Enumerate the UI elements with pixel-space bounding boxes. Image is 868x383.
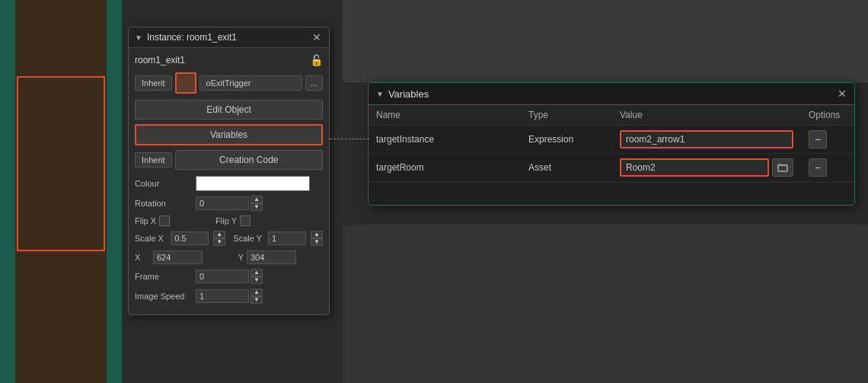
svg-rect-0 [778,165,787,171]
instance-panel-titlebar: ▼ Instance: room1_exit1 ✕ [129,27,329,48]
var-panel-collapse-icon: ▼ [376,90,384,98]
var-name-targetroom: targetRoom [369,154,521,182]
variables-panel-footer [369,182,854,205]
connector-line [330,139,369,139]
instance-panel-close-button[interactable]: ✕ [311,31,323,43]
scale-y-spinbox: ▲ ▼ [311,231,323,246]
rotation-row: Rotation ▲ ▼ [135,196,323,211]
image-speed-input[interactable] [196,289,249,303]
variables-panel-titlebar: ▼ Variables ✕ [369,83,854,105]
creation-code-row: Inherit Creation Code [135,150,323,170]
scale-y-label: Scale Y [233,234,265,243]
scale-x-input[interactable] [171,231,209,245]
frame-input[interactable] [196,270,249,283]
creation-code-button[interactable]: Creation Code [175,150,323,170]
top-right-area [343,0,868,82]
instance-name-label: room1_exit1 [135,55,185,65]
image-speed-spin-down[interactable]: ▼ [251,296,263,304]
scale-row: Scale X ▲ ▼ Scale Y ▲ ▼ [135,231,323,246]
variables-panel-title: Variables [388,88,429,100]
var-value-input-targetroom[interactable] [620,158,769,177]
variables-panel-close-button[interactable]: ✕ [838,88,847,100]
colour-label: Colour [135,179,196,188]
var-type-targetroom: Asset [521,154,612,182]
asset-row [620,158,793,177]
col-name: Name [369,105,521,126]
inherit-sprite-button[interactable]: Inherit [135,75,172,91]
inherit-creation-button[interactable]: Inherit [135,152,172,168]
image-speed-row: Image Speed ▲ ▼ [135,289,323,304]
variables-panel: ▼ Variables ✕ Name Type Value Options ta… [368,82,855,206]
lock-icon: 🔓 [310,54,323,66]
scale-x-spinbox: ▲ ▼ [213,231,225,246]
frame-spin-up[interactable]: ▲ [251,269,263,276]
rotation-spin-down[interactable]: ▼ [251,203,263,211]
asset-browse-button[interactable] [772,158,793,177]
sprite-name-button[interactable]: oExitTrigger [199,75,302,91]
col-value: Value [612,105,801,126]
rotation-input[interactable] [196,196,249,210]
folder-icon [777,162,788,173]
scale-x-label: Scale X [135,234,168,243]
scale-y-input[interactable] [268,231,306,245]
var-options-targetinstance: − [801,126,854,154]
canvas-inner [15,0,107,383]
image-speed-spinbox: ▲ ▼ [251,289,263,304]
frame-row: Frame ▲ ▼ [135,269,323,284]
table-row: targetInstance Expression − [369,126,854,154]
image-speed-spin-up[interactable]: ▲ [251,289,263,296]
colour-row: Colour [135,176,323,191]
col-type: Type [521,105,612,126]
sprite-preview [175,72,196,94]
scale-y-spin-up[interactable]: ▲ [311,231,323,238]
x-label: X [135,253,150,262]
variables-button[interactable]: Variables [135,124,323,145]
scale-y-spin-down[interactable]: ▼ [311,238,323,246]
panel-collapse-icon: ▼ [135,34,142,42]
rotation-label: Rotation [135,199,196,208]
rotation-spin-up[interactable]: ▲ [251,196,263,203]
table-row: targetRoom Asset − [369,154,854,182]
canvas-area [0,0,122,383]
var-value-cell-targetinstance [612,126,801,154]
colour-picker[interactable] [196,176,310,191]
scale-x-spin-up[interactable]: ▲ [213,231,225,238]
instance-panel-body: room1_exit1 🔓 Inherit oExitTrigger ... E… [129,48,329,314]
col-options: Options [801,105,854,126]
var-value-cell-targetroom [612,154,801,182]
variables-table-header: Name Type Value Options [369,105,854,126]
rotation-spinbox: ▲ ▼ [251,196,263,211]
sprite-row: Inherit oExitTrigger ... [135,72,323,94]
frame-spinbox: ▲ ▼ [251,269,263,284]
flip-x-checkbox[interactable] [159,215,170,226]
y-label: Y [213,253,244,262]
var-options-targetroom: − [801,154,854,182]
var-type-targetinstance: Expression [521,126,612,154]
x-input[interactable] [153,251,203,264]
bottom-right-area [343,225,868,383]
instance-name-row: room1_exit1 🔓 [135,54,323,66]
y-input[interactable] [247,251,296,264]
more-options-button[interactable]: ... [305,75,323,91]
var-value-input-targetinstance[interactable] [620,130,793,148]
variables-table: Name Type Value Options targetInstance E… [369,105,854,182]
image-speed-label: Image Speed [135,292,196,301]
var-name-targetinstance: targetInstance [369,126,521,154]
var-remove-targetinstance-button[interactable]: − [809,130,827,148]
flip-x-label: Flip X [135,216,156,225]
frame-label: Frame [135,272,196,281]
flip-row: Flip X Flip Y [135,215,323,226]
xy-row: X Y [135,251,323,264]
flip-y-label: Flip Y [215,216,237,225]
instance-panel: ▼ Instance: room1_exit1 ✕ room1_exit1 🔓 … [128,27,330,315]
instance-panel-title: Instance: room1_exit1 [147,32,237,43]
edit-object-button[interactable]: Edit Object [135,100,323,120]
scale-x-spin-down[interactable]: ▼ [213,238,225,246]
flip-y-checkbox[interactable] [240,215,251,226]
frame-spin-down[interactable]: ▼ [251,276,263,284]
var-remove-targetroom-button[interactable]: − [809,158,827,177]
